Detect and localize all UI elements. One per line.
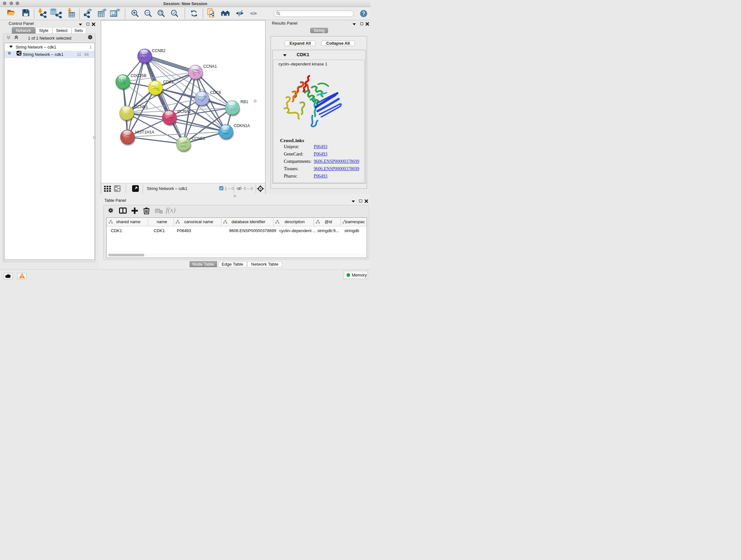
svg-text:?: ? <box>362 10 365 16</box>
svg-text:CDC25B: CDC25B <box>131 73 146 78</box>
svg-text:CDC6: CDC6 <box>210 90 221 95</box>
svg-text:CDKN1A: CDKN1A <box>233 123 250 128</box>
svg-text:CCNB2: CCNB2 <box>152 49 165 53</box>
svg-text:RB1: RB1 <box>240 99 248 104</box>
svg-text:CCNE1: CCNE1 <box>192 136 205 141</box>
svg-text:CCNA2: CCNA2 <box>178 110 191 114</box>
svg-text:CCNB1: CCNB1 <box>134 105 148 109</box>
svg-text:CCNA1: CCNA1 <box>203 64 217 69</box>
svg-text:HIST1H1A: HIST1H1A <box>135 130 154 134</box>
svg-text:CDK1: CDK1 <box>163 80 174 84</box>
